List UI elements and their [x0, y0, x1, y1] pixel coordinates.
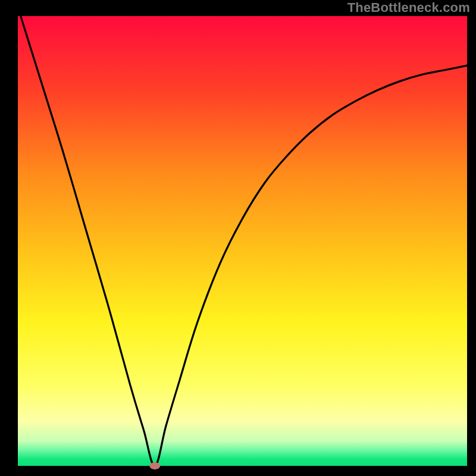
chart-stage: { "watermark": "TheBottleneck.com", "cha…: [0, 0, 476, 476]
plot-background: [18, 16, 467, 466]
watermark-text: TheBottleneck.com: [347, 0, 470, 15]
bottleneck-chart: [0, 0, 476, 476]
minimum-marker: [149, 462, 160, 469]
